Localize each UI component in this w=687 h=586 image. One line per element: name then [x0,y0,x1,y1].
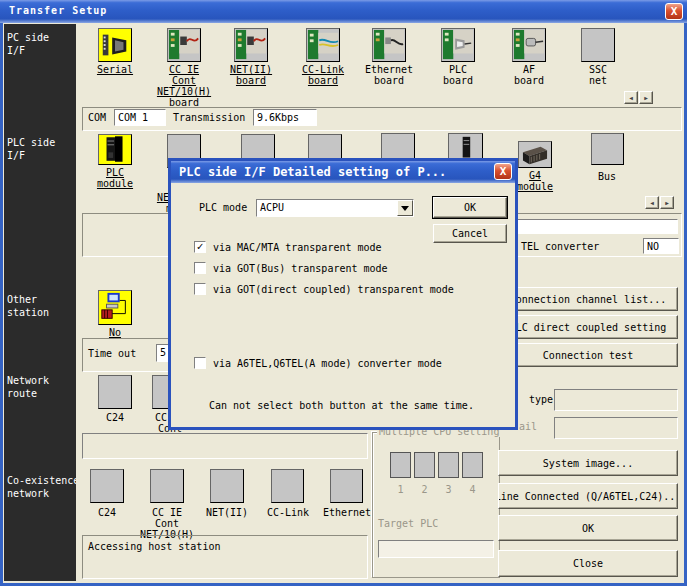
ssc-net-icon[interactable] [581,28,615,62]
ccie-board-icon[interactable] [167,28,201,62]
detail-field-label: ail [519,421,537,432]
pc-scroll-right-icon[interactable]: ▶ [639,91,653,104]
cpu-slot-3[interactable] [438,452,459,478]
cpu-slot-4[interactable] [462,452,483,478]
cpu-slot-1-label: 1 [390,484,411,495]
coex-c24-icon[interactable] [90,469,124,503]
close-button[interactable]: Close [498,550,678,577]
label-network-route: Networkroute [7,374,49,400]
network-route-field [82,433,368,459]
transmission-speed-value: 9.6Kbps [253,109,317,126]
connection-test-button[interactable]: Connection test [498,343,678,367]
g4-module-icon[interactable] [518,141,552,168]
plc-detail-dialog: PLC side I/F Detailed setting of P... X … [168,158,518,430]
coex-ethernet-icon[interactable] [330,469,363,503]
plc-module-label[interactable]: PLCmodule [92,167,138,189]
coex-net2-icon[interactable] [210,469,244,503]
no-other-station-icon[interactable] [98,290,132,325]
coex-ethernet-label[interactable]: Ethernet [321,507,373,518]
plc-board-label[interactable]: PLCboard [436,64,480,86]
got-direct-checkbox[interactable] [194,283,206,295]
transmission-label: Transmission [173,112,245,123]
ccie-board-label[interactable]: CC IE ContNET/10(H)board [154,64,214,108]
target-plc-field [378,540,494,558]
g4-module-label[interactable]: G4module [515,170,555,192]
plc-mode-label: PLC mode [199,202,247,213]
cclink-board-icon[interactable] [306,28,340,62]
cpu-slot-4-label: 4 [462,484,483,495]
no-other-station-label[interactable]: No [99,327,131,338]
timeout-label: Time out [88,348,136,359]
com-settings-panel [82,107,682,131]
status-text: Accessing host station [88,541,220,552]
mac-mta-checkbox-label[interactable]: via MAC/MTA transparent mode [213,242,382,253]
af-board-icon[interactable] [512,28,546,62]
serial-label[interactable]: Serial [94,64,136,75]
modal-note: Can not select both button at the same t… [209,400,474,411]
plc-type-field [554,389,678,411]
plc-scroll-right-icon[interactable]: ▶ [660,196,674,209]
window-titlebar: Transfer Setup [0,0,687,23]
a6tel-checkbox-label[interactable]: via A6TEL,Q6TEL(A mode) converter mode [213,358,442,369]
cpu-slot-1[interactable] [390,452,411,478]
plc-direct-coupled-button[interactable]: PLC direct coupled setting [498,315,678,339]
cpu-slot-2[interactable] [414,452,435,478]
got-bus-checkbox[interactable] [194,262,206,274]
af-board-label[interactable]: AFboard [506,64,552,86]
route-c24-label[interactable]: C24 [99,412,131,423]
label-coexistence: Co-existencenetwork [7,474,76,500]
cpu-slot-2-label: 2 [414,484,435,495]
pc-scroll-left-icon[interactable]: ◀ [624,91,638,104]
plc-board-icon[interactable] [441,28,475,62]
coex-c24-label[interactable]: C24 [91,507,123,518]
plc-module-icon[interactable] [98,134,132,165]
window-close-icon[interactable]: X [665,3,683,20]
label-pc-side: PC sideI/F [7,31,49,57]
mac-mta-checkbox[interactable]: ✓ [194,241,206,253]
modal-title: PLC side I/F Detailed setting of P... [179,165,446,179]
modal-cancel-button[interactable]: Cancel [433,224,507,243]
ethernet-board-label[interactable]: Ethernetboard [362,64,416,86]
target-plc-label: Target PLC [378,518,438,529]
ethernet-board-icon[interactable] [372,28,406,62]
plc-mode-value: ACPU [260,202,284,213]
label-other-station: Otherstation [7,293,49,319]
label-plc-side: PLC sideI/F [7,136,55,162]
transfer-setup-window: Transfer Setup X PC sideI/F PLC sideI/F … [0,0,687,586]
coex-cclink-icon[interactable] [271,469,304,503]
system-image-button[interactable]: System image... [498,450,678,476]
coex-cclink-label[interactable]: CC-Link [262,507,314,518]
a6tel-checkbox[interactable] [194,357,206,369]
coex-ccie-icon[interactable] [150,469,184,503]
net2-board-label[interactable]: NET(II)board [226,64,276,86]
ok-button[interactable]: OK [498,515,678,541]
ssc-net-label[interactable]: SSCnet [576,64,620,86]
bus-icon[interactable] [591,133,624,165]
com-label: COM [88,112,106,123]
got-bus-checkbox-label[interactable]: via GOT(Bus) transparent mode [213,263,388,274]
cpu-slot-3-label: 3 [438,484,459,495]
bus-label[interactable]: Bus [592,171,622,182]
plc-mode-select[interactable]: ACPU [256,199,414,217]
modal-titlebar: PLC side I/F Detailed setting of P... [171,161,515,183]
plc-scroll-left-icon[interactable]: ◀ [645,196,659,209]
tel-converter-value: NO [643,238,679,254]
modal-ok-button[interactable]: OK [433,197,507,218]
cclink-board-label[interactable]: CC-Linkboard [296,64,350,86]
plc-type-field-label: type [529,394,553,405]
tel-converter-label: TEL converter [521,241,599,252]
section-label-column: PC sideI/F PLC sideI/F Otherstation Netw… [4,24,76,581]
connection-channel-list-button[interactable]: Connection channel list... [498,287,678,311]
serial-icon[interactable] [98,28,132,62]
detail-field [554,417,678,439]
com-port-value: COM 1 [114,109,166,126]
net2-board-icon[interactable] [234,28,268,62]
window-title: Transfer Setup [9,5,107,16]
chevron-down-icon[interactable] [397,200,413,216]
coex-net2-label[interactable]: NET(II) [202,507,252,518]
got-direct-checkbox-label[interactable]: via GOT(direct coupled) transparent mode [213,284,454,295]
route-c24-icon[interactable] [98,375,132,409]
modal-close-icon[interactable]: X [494,163,512,180]
line-connected-button[interactable]: Line Connected (Q/A6TEL,C24)... [498,483,678,509]
